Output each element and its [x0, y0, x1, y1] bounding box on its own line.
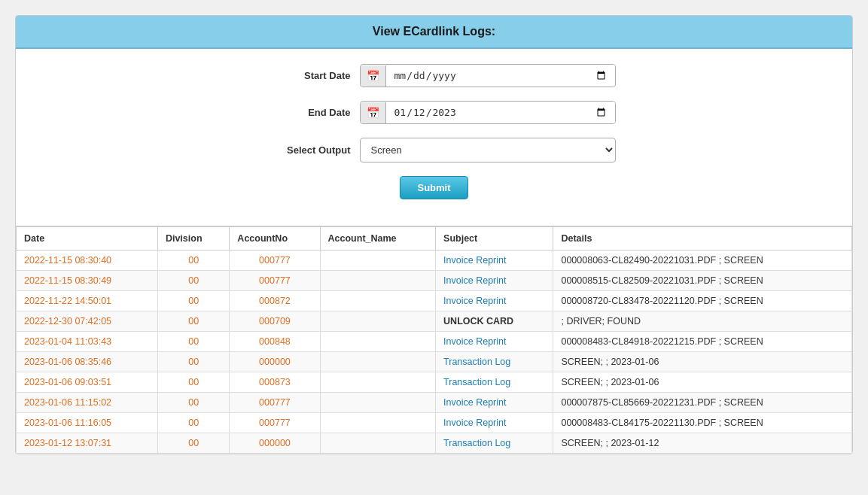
cell-division: 00 — [157, 352, 229, 372]
cell-date: 2023-01-06 09:03:51 — [17, 372, 158, 393]
start-date-label: Start Date — [253, 70, 351, 81]
cell-details: 000008720-CL83478-20221120.PDF ; SCREEN — [553, 291, 852, 311]
table-header-row: Date Division AccountNo Account_Name Sub… — [17, 227, 852, 251]
cell-account-no: 000848 — [230, 332, 320, 352]
form-area: Start Date 📅 End Date 📅 Select Output Sc… — [16, 49, 852, 226]
cell-account-name — [320, 311, 436, 332]
table-row: 2022-11-15 08:30:40 00 000777 Invoice Re… — [17, 251, 852, 271]
cell-division: 00 — [157, 413, 229, 433]
cell-account-no: 000777 — [230, 251, 320, 271]
cell-division: 00 — [157, 291, 229, 311]
cell-account-no: 000000 — [230, 433, 320, 454]
main-container: View ECardlink Logs: Start Date 📅 End Da… — [15, 15, 853, 454]
cell-details: SCREEN; ; 2023-01-06 — [553, 372, 852, 393]
cell-subject: Invoice Reprint — [436, 251, 553, 271]
start-date-input[interactable] — [386, 65, 615, 87]
cell-date: 2023-01-12 13:07:31 — [17, 433, 158, 454]
cell-details: 000008515-CL82509-20221031.PDF ; SCREEN — [553, 271, 852, 291]
end-date-row: End Date 📅 — [46, 101, 822, 124]
start-date-calendar-icon: 📅 — [361, 65, 386, 87]
cell-date: 2022-11-15 08:30:40 — [17, 251, 158, 271]
cell-date: 2022-11-15 08:30:49 — [17, 271, 158, 291]
cell-date: 2022-12-30 07:42:05 — [17, 311, 158, 332]
logs-table: Date Division AccountNo Account_Name Sub… — [16, 226, 852, 454]
header-bar: View ECardlink Logs: — [16, 16, 852, 49]
select-output-row: Select Output Screen Excel PDF — [46, 138, 822, 162]
cell-account-no: 000873 — [230, 372, 320, 393]
submit-row: Submit — [46, 176, 822, 199]
cell-details: 000008483-CL84175-20221130.PDF ; SCREEN — [553, 413, 852, 433]
cell-account-name — [320, 393, 436, 413]
cell-subject: UNLOCK CARD — [436, 311, 553, 332]
cell-account-name — [320, 291, 436, 311]
cell-subject: Invoice Reprint — [436, 332, 553, 352]
col-subject: Subject — [436, 227, 553, 251]
cell-division: 00 — [157, 393, 229, 413]
select-output-group: Screen Excel PDF — [360, 138, 616, 162]
cell-subject: Invoice Reprint — [436, 271, 553, 291]
cell-subject: Transaction Log — [436, 433, 553, 454]
end-date-input[interactable] — [386, 102, 615, 123]
col-details: Details — [553, 227, 852, 251]
cell-subject: Invoice Reprint — [436, 291, 553, 311]
cell-details: 000007875-CL85669-20221231.PDF ; SCREEN — [553, 393, 852, 413]
cell-subject: Transaction Log — [436, 352, 553, 372]
select-output-label: Select Output — [253, 144, 351, 156]
cell-details: SCREEN; ; 2023-01-06 — [553, 352, 852, 372]
cell-details: ; DRIVER; FOUND — [553, 311, 852, 332]
table-row: 2023-01-06 11:15:02 00 000777 Invoice Re… — [17, 393, 852, 413]
col-date: Date — [17, 227, 158, 251]
cell-date: 2023-01-06 11:16:05 — [17, 413, 158, 433]
cell-date: 2023-01-04 11:03:43 — [17, 332, 158, 352]
table-row: 2022-12-30 07:42:05 00 000709 UNLOCK CAR… — [17, 311, 852, 332]
end-date-label: End Date — [253, 107, 351, 118]
cell-division: 00 — [157, 251, 229, 271]
cell-account-name — [320, 352, 436, 372]
cell-date: 2022-11-22 14:50:01 — [17, 291, 158, 311]
cell-account-name — [320, 372, 436, 393]
cell-account-name — [320, 332, 436, 352]
cell-account-name — [320, 271, 436, 291]
cell-account-no: 000709 — [230, 311, 320, 332]
cell-division: 00 — [157, 311, 229, 332]
cell-division: 00 — [157, 271, 229, 291]
start-date-row: Start Date 📅 — [46, 64, 822, 87]
cell-account-no: 000777 — [230, 413, 320, 433]
table-row: 2023-01-06 09:03:51 00 000873 Transactio… — [17, 372, 852, 393]
cell-account-no: 000000 — [230, 352, 320, 372]
table-row: 2022-11-22 14:50:01 00 000872 Invoice Re… — [17, 291, 852, 311]
end-date-calendar-icon: 📅 — [361, 102, 386, 123]
table-row: 2022-11-15 08:30:49 00 000777 Invoice Re… — [17, 271, 852, 291]
col-account-no: AccountNo — [230, 227, 320, 251]
cell-details: SCREEN; ; 2023-01-12 — [553, 433, 852, 454]
select-output-dropdown[interactable]: Screen Excel PDF — [360, 138, 616, 162]
cell-details: 000008483-CL84918-20221215.PDF ; SCREEN — [553, 332, 852, 352]
cell-division: 00 — [157, 433, 229, 454]
table-row: 2023-01-06 11:16:05 00 000777 Invoice Re… — [17, 413, 852, 433]
cell-account-no: 000777 — [230, 393, 320, 413]
cell-account-no: 000872 — [230, 291, 320, 311]
cell-subject: Invoice Reprint — [436, 413, 553, 433]
end-date-input-group: 📅 — [360, 101, 616, 124]
table-row: 2023-01-12 13:07:31 00 000000 Transactio… — [17, 433, 852, 454]
cell-account-no: 000777 — [230, 271, 320, 291]
cell-subject: Invoice Reprint — [436, 393, 553, 413]
cell-account-name — [320, 251, 436, 271]
cell-subject: Transaction Log — [436, 372, 553, 393]
cell-division: 00 — [157, 372, 229, 393]
cell-details: 000008063-CL82490-20221031.PDF ; SCREEN — [553, 251, 852, 271]
submit-button[interactable]: Submit — [400, 176, 468, 199]
cell-division: 00 — [157, 332, 229, 352]
col-division: Division — [157, 227, 229, 251]
cell-account-name — [320, 413, 436, 433]
start-date-input-group: 📅 — [360, 64, 616, 87]
cell-date: 2023-01-06 11:15:02 — [17, 393, 158, 413]
page-title: View ECardlink Logs: — [31, 25, 837, 38]
cell-date: 2023-01-06 08:35:46 — [17, 352, 158, 372]
table-row: 2023-01-04 11:03:43 00 000848 Invoice Re… — [17, 332, 852, 352]
table-container[interactable]: Date Division AccountNo Account_Name Sub… — [16, 226, 852, 454]
table-row: 2023-01-06 08:35:46 00 000000 Transactio… — [17, 352, 852, 372]
cell-account-name — [320, 433, 436, 454]
col-account-name: Account_Name — [320, 227, 436, 251]
